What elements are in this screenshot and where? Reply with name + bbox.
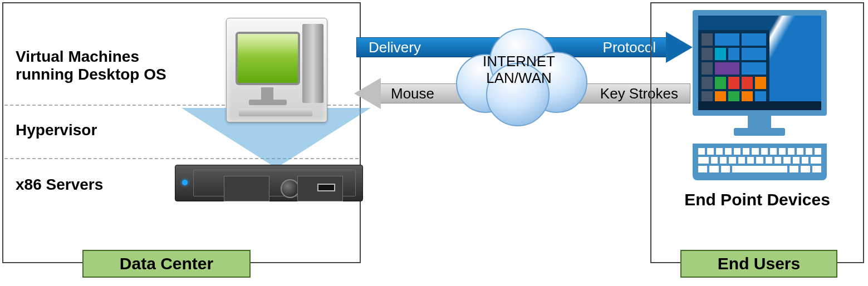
drive-bay-icon bbox=[224, 176, 269, 201]
cloud-label: INTERNET LAN/WAN bbox=[445, 53, 592, 87]
pc-tower-icon bbox=[302, 24, 323, 103]
arrow-label-protocol: Protocol bbox=[603, 37, 656, 57]
vdi-architecture-diagram: Virtual Machines running Desktop OS Hype… bbox=[0, 0, 868, 286]
monitor-base-icon bbox=[734, 128, 785, 136]
power-led-icon bbox=[182, 180, 188, 185]
cloud-label-line2: LAN/WAN bbox=[445, 70, 592, 87]
endpoint-devices-label: End Point Devices bbox=[650, 190, 864, 209]
cloud-label-line1: INTERNET bbox=[445, 53, 592, 70]
client-monitor-icon bbox=[693, 10, 827, 116]
power-button-icon bbox=[281, 179, 300, 198]
rack-server-icon bbox=[175, 165, 363, 201]
text: Virtual Machines running Desktop OS bbox=[16, 48, 166, 83]
arrow-label-delivery: Delivery bbox=[369, 37, 421, 57]
keyboard-icon bbox=[239, 109, 312, 116]
taskbar-icon bbox=[698, 101, 821, 110]
datacenter-title-plate: Data Center bbox=[82, 250, 251, 278]
optical-slot-icon bbox=[317, 184, 335, 191]
desktop-vm-icon bbox=[226, 18, 327, 122]
endusers-title-plate: End Users bbox=[680, 250, 837, 278]
arrow-label-mouse: Mouse bbox=[391, 83, 434, 103]
client-screen-icon bbox=[698, 16, 821, 110]
endpoint-device-icon bbox=[693, 10, 827, 182]
start-menu-icon bbox=[698, 30, 769, 101]
monitor-base-icon bbox=[249, 100, 287, 105]
server-faceplate-icon bbox=[193, 170, 356, 196]
arrow-head-left-icon bbox=[354, 78, 381, 109]
layer-label-hypervisor: Hypervisor bbox=[16, 121, 97, 139]
monitor-stand-icon bbox=[261, 87, 273, 100]
monitor-icon bbox=[236, 32, 300, 85]
layer-label-servers: x86 Servers bbox=[16, 176, 103, 194]
keyboard-icon bbox=[693, 144, 827, 180]
layer-label-vm: Virtual Machines running Desktop OS bbox=[16, 48, 166, 83]
